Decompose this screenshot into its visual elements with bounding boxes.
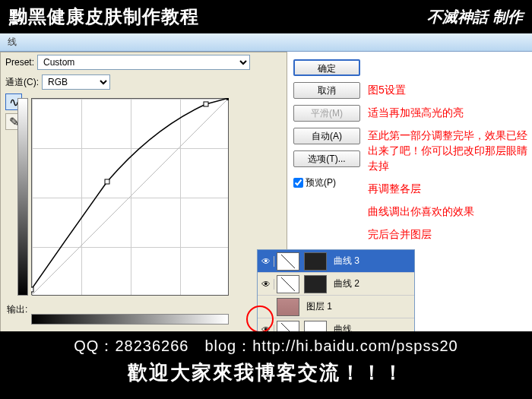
welcome-line: 歡迎大家來我博客交流！！！: [0, 356, 532, 386]
output-label: 输出:: [7, 303, 27, 316]
layer-name: 图层 1: [306, 300, 332, 313]
layer-row[interactable]: 图层 1: [258, 296, 414, 318]
tip-3: 至此第一部分调整完毕，效果已经出来了吧！你可以把改印那层眼睛去掉: [368, 128, 529, 173]
layer-thumb: [277, 298, 299, 316]
input-gradient: [31, 314, 229, 325]
auto-button[interactable]: 自动(A): [293, 128, 360, 144]
layers-panel: 👁 曲线 3 👁 曲线 2 图层 1 👁 曲线: [257, 249, 415, 342]
layer-name: 曲线 3: [334, 255, 359, 268]
preview-label: 预览(P): [306, 176, 336, 189]
curve-grid[interactable]: [31, 98, 229, 296]
instruction-text: 图5设置 适当再加强高光的亮 至此第一部分调整完毕，效果已经出来了吧！你可以把改…: [368, 82, 529, 249]
dialog-buttons: 确定 取消 平滑(M) 自动(A) 选项(T)... 预览(P): [293, 53, 360, 195]
preset-select[interactable]: Custom: [37, 55, 250, 70]
tip-6: 完后合并图层: [368, 226, 529, 242]
layer-row[interactable]: 👁 曲线 2: [258, 273, 414, 296]
output-gradient: [17, 98, 28, 296]
page-title: 黝黑健康皮肤制作教程: [9, 5, 199, 29]
layer-row[interactable]: 👁 曲线 3: [258, 250, 414, 273]
ok-button[interactable]: 确定: [293, 59, 360, 76]
curve-graph[interactable]: [31, 98, 259, 311]
tip-4: 再调整各层: [368, 181, 529, 196]
dialog-titlebar[interactable]: 线: [0, 33, 532, 52]
tip-1: 图5设置: [368, 82, 529, 97]
layer-thumb: [277, 252, 299, 271]
preview-checkbox[interactable]: 预览(P): [293, 176, 360, 189]
tip-5: 曲线调出你喜欢的效果: [368, 204, 529, 219]
brand-logo: 不滅神話 制作: [427, 7, 523, 27]
channel-label: 通道(C):: [5, 76, 39, 89]
layer-name: 曲线 2: [334, 277, 359, 290]
footer: QQ：28236266 blog：http://hi.baidu.com/psp…: [0, 331, 532, 399]
workarea: 线 Preset: Custom 通道(C): RGB ∿ ✎: [0, 33, 532, 331]
visibility-icon[interactable]: 👁: [258, 256, 274, 267]
visibility-icon[interactable]: 👁: [258, 279, 274, 290]
channel-select[interactable]: RGB: [42, 74, 110, 90]
layer-thumb: [277, 275, 299, 293]
smooth-button: 平滑(M): [293, 105, 360, 122]
mask-thumb: [304, 252, 327, 271]
options-button[interactable]: 选项(T)...: [293, 150, 360, 167]
contact-line: QQ：28236266 blog：http://hi.baidu.com/psp…: [0, 331, 532, 356]
cancel-button[interactable]: 取消: [293, 82, 360, 99]
curves-panel: Preset: Custom 通道(C): RGB ∿ ✎ 输出:: [0, 52, 287, 368]
preset-label: Preset:: [5, 57, 34, 68]
mask-thumb: [304, 275, 327, 293]
tip-2: 适当再加强高光的亮: [368, 105, 529, 120]
